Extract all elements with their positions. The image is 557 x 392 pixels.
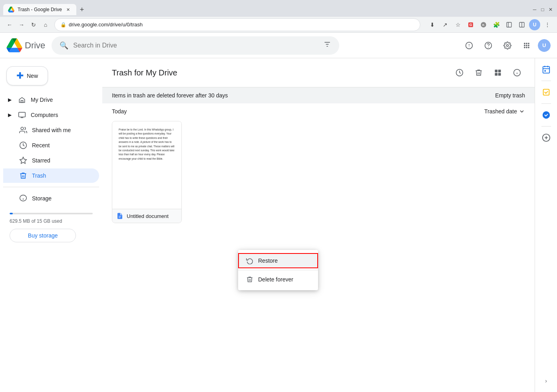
menu-divider [238,270,318,270]
home-button[interactable]: ⌂ [40,19,51,30]
info-button[interactable] [509,65,525,81]
svg-marker-30 [20,157,27,164]
file-card[interactable]: Praise be to the Lord. In this WhatsApp … [112,121,182,223]
user-profile-button[interactable]: U [529,19,540,30]
delete-forever-label: Delete forever [258,276,293,283]
svg-rect-18 [526,43,527,44]
delete-all-button[interactable] [471,65,487,81]
blue-check-button[interactable] [538,107,554,123]
menu-button[interactable]: ⋮ [542,19,553,30]
split-icon [519,22,525,28]
app-logo[interactable]: Drive [6,38,45,52]
sidebar-item-my-drive[interactable]: ▶ My Drive [3,93,99,107]
settings-button[interactable] [499,38,515,53]
trash-banner: Items in trash are deleted forever after… [102,87,535,103]
extension-btn1[interactable]: G [465,19,476,30]
back-button[interactable]: ← [4,19,15,30]
add-icon [542,133,551,142]
search-options-button[interactable] [323,40,331,50]
sidebar-item-computers[interactable]: ▶ Computers [3,108,99,122]
minimize-button[interactable]: ─ [531,6,538,13]
sidebar-item-label-starred: Starred [32,157,50,164]
info-icon [513,69,521,77]
sidebar-btn[interactable] [503,19,515,30]
grid-view-button[interactable] [490,65,506,81]
storage-text: 629.5 MB of 15 GB used [10,218,62,224]
browser-tab[interactable]: Trash - Google Drive ✕ [3,4,76,15]
trashed-date-sort[interactable]: Trashed date [484,108,525,115]
maximize-button[interactable]: □ [539,6,546,13]
right-panel: › [535,58,557,392]
puzzle-icon-btn[interactable]: 🧩 [491,19,502,30]
url-bar[interactable]: 🔒 drive.google.com/drive/u/0/trash [54,18,420,31]
tab-title: Trash - Google Drive [18,7,62,12]
sidebar-item-trash[interactable]: Trash [3,168,99,183]
calendar-icon [542,65,551,74]
context-menu-delete-forever[interactable]: Delete forever [238,272,318,287]
files-grid: Praise be to the Lord. In this WhatsApp … [102,118,535,226]
search-bar[interactable]: 🔍 [52,36,339,55]
svg-rect-22 [528,45,529,46]
calendar-app-button[interactable] [538,61,554,77]
svg-point-16 [507,44,509,46]
buy-storage-button[interactable]: Buy storage [10,229,76,242]
new-plus-icon: ✚ [16,71,24,81]
sidebar-item-shared-with-me[interactable]: Shared with me [3,123,99,137]
storage-bar-fill [10,213,13,214]
apps-grid-button[interactable] [519,38,535,53]
starred-icon [19,156,27,164]
new-button-label: New [27,73,38,79]
avatar-image: U [538,39,551,52]
close-button[interactable]: ✕ [547,6,554,13]
tasks-icon [542,88,551,97]
context-menu-restore[interactable]: Restore [238,253,318,268]
sidebar-item-label-my-drive: My Drive [31,97,53,103]
svg-rect-21 [526,45,527,46]
computers-icon [18,111,26,119]
restore-label: Restore [258,257,278,264]
window-controls: ─ □ ✕ [531,6,554,13]
svg-rect-20 [524,45,525,46]
drive-favicon [8,6,14,13]
new-tab-button[interactable]: + [76,4,88,15]
sidebar-item-recent[interactable]: Recent [3,138,99,152]
svg-point-15 [488,47,489,48]
tab-close-button[interactable]: ✕ [65,6,72,13]
file-preview: Praise be to the Lord. In this WhatsApp … [112,121,181,209]
main-layout: ✚ New ▶ My Drive ▶ Computers [0,58,557,392]
svg-point-47 [542,111,549,119]
help-button[interactable] [480,38,496,53]
chevron-icon: ▶ [8,97,12,103]
app: Drive 🔍 [0,33,557,392]
expand-panel-button[interactable]: › [538,373,554,389]
k-icon: K [480,22,487,28]
new-button[interactable]: ✚ New [6,66,48,85]
svg-text:K: K [482,23,485,26]
split-screen-btn[interactable] [516,19,527,30]
svg-text:G: G [469,23,472,27]
search-input[interactable] [73,42,318,49]
activity-icon [456,69,464,77]
extension-btn2[interactable]: K [478,19,489,30]
add-app-button[interactable] [538,130,554,146]
file-info: Untitled document [112,209,181,223]
forward-button[interactable]: → [16,19,27,30]
activity-button[interactable] [452,65,467,81]
svg-rect-41 [543,67,549,73]
my-drive-icon [18,96,26,104]
section-date: Today [112,108,127,115]
download-btn[interactable]: ⬇ [427,19,438,30]
avatar[interactable]: U [538,39,551,52]
tasks-app-button[interactable] [538,84,554,100]
empty-trash-button[interactable]: Empty trash [495,92,525,99]
share-btn[interactable]: ↗ [440,19,451,30]
svg-rect-24 [526,47,527,48]
sidebar-item-storage[interactable]: Storage [3,191,99,206]
svg-rect-46 [543,89,549,95]
reload-button[interactable]: ↻ [28,19,39,30]
sidebar-divider [3,187,99,187]
content-header: Trash for My Drive [102,58,535,87]
sidebar-item-starred[interactable]: Starred [3,153,99,168]
bookmark-btn[interactable]: ☆ [452,19,464,30]
feedback-button[interactable] [461,38,477,53]
